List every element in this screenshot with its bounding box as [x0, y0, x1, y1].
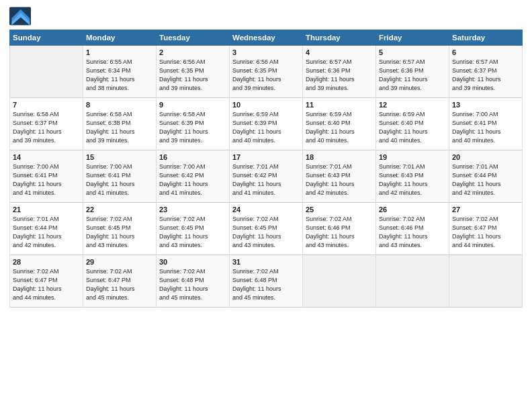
cell-info: Sunrise: 6:58 AMSunset: 6:37 PMDaylight:…	[13, 111, 62, 144]
day-number: 18	[306, 153, 373, 161]
cell-info: Sunrise: 6:58 AMSunset: 6:39 PMDaylight:…	[159, 111, 208, 144]
day-header: Sunday	[10, 30, 83, 46]
cell-info: Sunrise: 7:01 AMSunset: 6:42 PMDaylight:…	[232, 163, 281, 196]
calendar-cell: 30 Sunrise: 7:02 AMSunset: 6:48 PMDaylig…	[157, 255, 230, 308]
calendar-week-row: 28 Sunrise: 7:02 AMSunset: 6:47 PMDaylig…	[10, 255, 523, 308]
calendar-cell	[303, 255, 376, 308]
day-number: 9	[159, 101, 226, 109]
calendar-cell: 1 Sunrise: 6:55 AMSunset: 6:34 PMDayligh…	[83, 46, 157, 98]
day-number: 16	[159, 153, 226, 161]
day-number: 20	[452, 153, 519, 161]
cell-info: Sunrise: 7:02 AMSunset: 6:48 PMDaylight:…	[159, 268, 208, 301]
calendar-cell: 14 Sunrise: 7:00 AMSunset: 6:41 PMDaylig…	[10, 150, 83, 203]
day-number: 14	[13, 153, 80, 161]
day-number: 2	[159, 48, 226, 56]
day-number: 17	[232, 153, 300, 161]
calendar-cell: 6 Sunrise: 6:57 AMSunset: 6:37 PMDayligh…	[449, 46, 523, 98]
cell-info: Sunrise: 7:02 AMSunset: 6:45 PMDaylight:…	[159, 216, 208, 248]
day-header: Tuesday	[157, 30, 230, 46]
day-header: Saturday	[449, 30, 523, 46]
day-header: Thursday	[303, 30, 376, 46]
calendar-cell: 5 Sunrise: 6:57 AMSunset: 6:36 PMDayligh…	[376, 46, 449, 98]
cell-info: Sunrise: 7:02 AMSunset: 6:45 PMDaylight:…	[232, 216, 281, 248]
cell-info: Sunrise: 6:55 AMSunset: 6:34 PMDaylight:…	[86, 58, 135, 91]
calendar-cell	[449, 255, 523, 308]
cell-info: Sunrise: 6:58 AMSunset: 6:38 PMDaylight:…	[86, 111, 135, 144]
calendar-cell: 12 Sunrise: 6:59 AMSunset: 6:40 PMDaylig…	[376, 98, 449, 150]
cell-info: Sunrise: 7:02 AMSunset: 6:46 PMDaylight:…	[306, 216, 355, 248]
calendar-table: SundayMondayTuesdayWednesdayThursdayFrid…	[9, 30, 523, 308]
cell-info: Sunrise: 7:00 AMSunset: 6:41 PMDaylight:…	[452, 111, 501, 144]
cell-info: Sunrise: 7:02 AMSunset: 6:48 PMDaylight:…	[232, 268, 281, 301]
cell-info: Sunrise: 7:00 AMSunset: 6:41 PMDaylight:…	[13, 163, 62, 196]
calendar-cell: 27 Sunrise: 7:02 AMSunset: 6:47 PMDaylig…	[449, 203, 523, 255]
day-number: 31	[232, 258, 300, 266]
cell-info: Sunrise: 7:00 AMSunset: 6:41 PMDaylight:…	[86, 163, 135, 196]
day-number: 10	[232, 101, 300, 109]
calendar-cell	[376, 255, 449, 308]
calendar-cell: 4 Sunrise: 6:57 AMSunset: 6:36 PMDayligh…	[303, 46, 376, 98]
calendar-cell: 18 Sunrise: 7:01 AMSunset: 6:43 PMDaylig…	[303, 150, 376, 203]
day-header: Friday	[376, 30, 449, 46]
cell-info: Sunrise: 7:01 AMSunset: 6:44 PMDaylight:…	[452, 163, 501, 196]
day-number: 1	[86, 48, 153, 56]
calendar-cell: 23 Sunrise: 7:02 AMSunset: 6:45 PMDaylig…	[157, 203, 230, 255]
day-number: 26	[379, 205, 446, 214]
day-number: 8	[86, 101, 153, 109]
cell-info: Sunrise: 7:01 AMSunset: 6:43 PMDaylight:…	[306, 163, 355, 196]
header	[9, 7, 523, 26]
calendar-cell: 11 Sunrise: 6:59 AMSunset: 6:40 PMDaylig…	[303, 98, 376, 150]
cell-info: Sunrise: 6:57 AMSunset: 6:36 PMDaylight:…	[379, 58, 428, 91]
cell-info: Sunrise: 6:59 AMSunset: 6:39 PMDaylight:…	[232, 111, 281, 144]
calendar-cell: 24 Sunrise: 7:02 AMSunset: 6:45 PMDaylig…	[230, 203, 303, 255]
calendar-cell: 17 Sunrise: 7:01 AMSunset: 6:42 PMDaylig…	[230, 150, 303, 203]
day-number: 15	[86, 153, 153, 161]
calendar-cell: 26 Sunrise: 7:02 AMSunset: 6:46 PMDaylig…	[376, 203, 449, 255]
calendar-cell: 22 Sunrise: 7:02 AMSunset: 6:45 PMDaylig…	[83, 203, 157, 255]
day-number: 23	[159, 205, 226, 214]
calendar-week-row: 14 Sunrise: 7:00 AMSunset: 6:41 PMDaylig…	[10, 150, 523, 203]
calendar-week-row: 21 Sunrise: 7:01 AMSunset: 6:44 PMDaylig…	[10, 203, 523, 255]
logo	[9, 7, 34, 26]
day-number: 3	[232, 48, 300, 56]
calendar-week-row: 7 Sunrise: 6:58 AMSunset: 6:37 PMDayligh…	[10, 98, 523, 150]
cell-info: Sunrise: 6:59 AMSunset: 6:40 PMDaylight:…	[379, 111, 428, 144]
calendar-cell: 8 Sunrise: 6:58 AMSunset: 6:38 PMDayligh…	[83, 98, 157, 150]
calendar-week-row: 1 Sunrise: 6:55 AMSunset: 6:34 PMDayligh…	[10, 46, 523, 98]
day-number: 13	[452, 101, 519, 109]
cell-info: Sunrise: 7:02 AMSunset: 6:47 PMDaylight:…	[452, 216, 501, 248]
cell-info: Sunrise: 7:01 AMSunset: 6:44 PMDaylight:…	[13, 216, 62, 248]
day-number: 27	[452, 205, 519, 214]
cell-info: Sunrise: 7:02 AMSunset: 6:46 PMDaylight:…	[379, 216, 428, 248]
cell-info: Sunrise: 6:57 AMSunset: 6:36 PMDaylight:…	[306, 58, 355, 91]
calendar-cell: 21 Sunrise: 7:01 AMSunset: 6:44 PMDaylig…	[10, 203, 83, 255]
day-number: 29	[86, 258, 153, 266]
day-number: 4	[306, 48, 373, 56]
cell-info: Sunrise: 6:56 AMSunset: 6:35 PMDaylight:…	[159, 58, 208, 91]
day-number: 22	[86, 205, 153, 214]
cell-info: Sunrise: 6:56 AMSunset: 6:35 PMDaylight:…	[232, 58, 281, 91]
cell-info: Sunrise: 7:01 AMSunset: 6:43 PMDaylight:…	[379, 163, 428, 196]
calendar-cell: 16 Sunrise: 7:00 AMSunset: 6:42 PMDaylig…	[157, 150, 230, 203]
cell-info: Sunrise: 7:02 AMSunset: 6:47 PMDaylight:…	[13, 268, 62, 301]
calendar-cell: 19 Sunrise: 7:01 AMSunset: 6:43 PMDaylig…	[376, 150, 449, 203]
day-number: 21	[13, 205, 80, 214]
calendar-cell: 3 Sunrise: 6:56 AMSunset: 6:35 PMDayligh…	[230, 46, 303, 98]
calendar-cell	[10, 46, 83, 98]
day-number: 11	[306, 101, 373, 109]
logo-icon	[9, 7, 31, 26]
day-number: 6	[452, 48, 519, 56]
day-number: 25	[306, 205, 373, 214]
calendar-cell: 25 Sunrise: 7:02 AMSunset: 6:46 PMDaylig…	[303, 203, 376, 255]
day-number: 28	[13, 258, 80, 266]
cell-info: Sunrise: 6:59 AMSunset: 6:40 PMDaylight:…	[306, 111, 355, 144]
page-container: SundayMondayTuesdayWednesdayThursdayFrid…	[0, 0, 532, 313]
calendar-cell: 10 Sunrise: 6:59 AMSunset: 6:39 PMDaylig…	[230, 98, 303, 150]
calendar-cell: 9 Sunrise: 6:58 AMSunset: 6:39 PMDayligh…	[157, 98, 230, 150]
calendar-cell: 29 Sunrise: 7:02 AMSunset: 6:47 PMDaylig…	[83, 255, 157, 308]
day-number: 5	[379, 48, 446, 56]
day-number: 7	[13, 101, 80, 109]
day-header: Monday	[83, 30, 157, 46]
calendar-cell: 15 Sunrise: 7:00 AMSunset: 6:41 PMDaylig…	[83, 150, 157, 203]
calendar-cell: 20 Sunrise: 7:01 AMSunset: 6:44 PMDaylig…	[449, 150, 523, 203]
